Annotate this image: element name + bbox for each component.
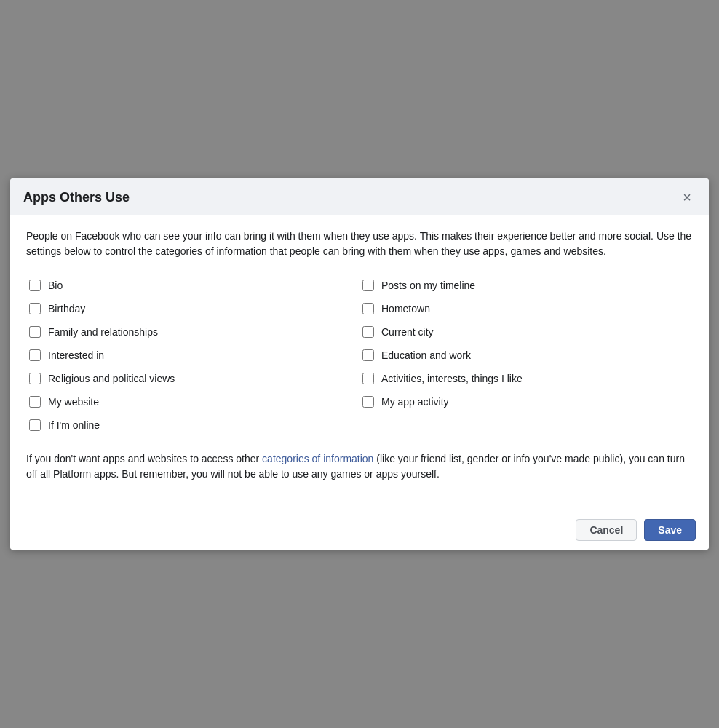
dialog-footer: Cancel Save [10,510,709,550]
checkbox-cb-city[interactable] [362,326,374,338]
checkbox-label[interactable]: Hometown [381,303,430,314]
checkbox-item: If I'm online [26,414,360,437]
checkbox-item: My app activity [360,390,693,414]
checkbox-cb-bio[interactable] [29,280,41,291]
checkbox-cb-activities[interactable] [362,373,374,384]
checkbox-label[interactable]: Activities, interests, things I like [381,373,523,384]
checkbox-label[interactable]: Education and work [381,349,471,361]
checkbox-label[interactable]: Bio [48,280,63,291]
checkbox-item: Family and relationships [26,320,360,344]
checkbox-cb-interested[interactable] [29,349,41,361]
checkbox-label[interactable]: Interested in [48,349,104,361]
checkbox-grid: BioBirthdayFamily and relationshipsInter… [26,274,693,437]
checkbox-item: Current city [360,320,693,344]
dialog-body: People on Facebook who can see your info… [10,215,709,510]
checkbox-label[interactable]: Religious and political views [48,373,175,384]
cancel-button[interactable]: Cancel [576,519,637,541]
checkbox-cb-appactivity[interactable] [362,396,374,408]
checkbox-item: Birthday [26,297,360,320]
dialog-title: Apps Others Use [23,190,130,205]
checkbox-item: Interested in [26,344,360,367]
checkbox-cb-family[interactable] [29,326,41,338]
checkbox-item: Activities, interests, things I like [360,367,693,390]
checkbox-column-left: BioBirthdayFamily and relationshipsInter… [26,274,360,437]
checkbox-label[interactable]: Birthday [48,303,85,314]
save-button[interactable]: Save [644,519,696,541]
checkbox-item: My website [26,390,360,414]
dialog-header: Apps Others Use × [10,178,709,215]
checkbox-item: Hometown [360,297,693,320]
footer-text: If you don't want apps and websites to a… [26,451,693,482]
checkbox-item: Posts on my timeline [360,274,693,297]
checkbox-label[interactable]: If I'm online [48,419,100,431]
checkbox-label[interactable]: Current city [381,326,434,338]
footer-text-before: If you don't want apps and websites to a… [26,453,262,464]
checkbox-cb-education[interactable] [362,349,374,361]
dialog-overlay: Apps Others Use × People on Facebook who… [0,0,719,728]
categories-link[interactable]: categories of information [262,453,373,464]
description-text: People on Facebook who can see your info… [26,229,693,259]
checkbox-label[interactable]: My app activity [381,396,449,408]
checkbox-label[interactable]: Posts on my timeline [381,280,475,291]
checkbox-cb-birthday[interactable] [29,303,41,314]
checkbox-cb-hometown[interactable] [362,303,374,314]
checkbox-cb-posts[interactable] [362,280,374,291]
checkbox-column-right: Posts on my timelineHometownCurrent city… [360,274,693,437]
checkbox-label[interactable]: My website [48,396,99,408]
checkbox-cb-religious[interactable] [29,373,41,384]
checkbox-label[interactable]: Family and relationships [48,326,158,338]
dialog: Apps Others Use × People on Facebook who… [10,178,709,550]
checkbox-cb-online[interactable] [29,419,41,431]
checkbox-cb-website[interactable] [29,396,41,408]
checkbox-item: Education and work [360,344,693,367]
checkbox-item: Bio [26,274,360,297]
checkbox-item: Religious and political views [26,367,360,390]
close-button[interactable]: × [678,189,696,206]
